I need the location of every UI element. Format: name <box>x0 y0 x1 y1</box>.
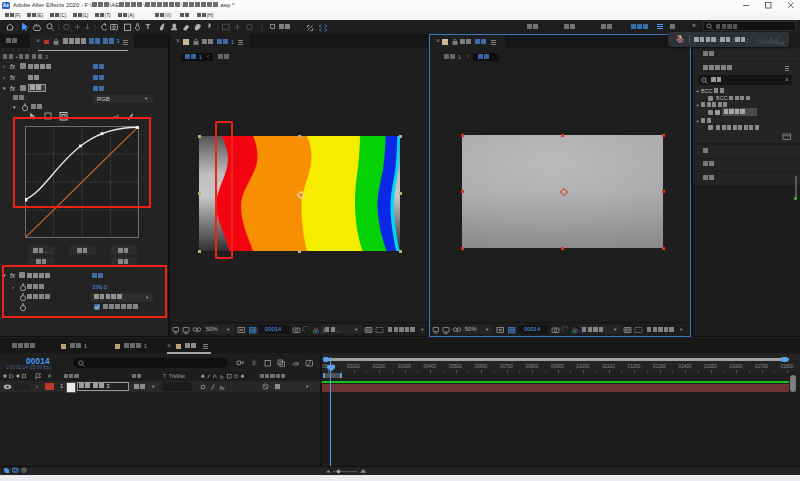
svg-text:fx: fx <box>220 373 225 379</box>
svg-text:fx: fx <box>220 384 226 391</box>
